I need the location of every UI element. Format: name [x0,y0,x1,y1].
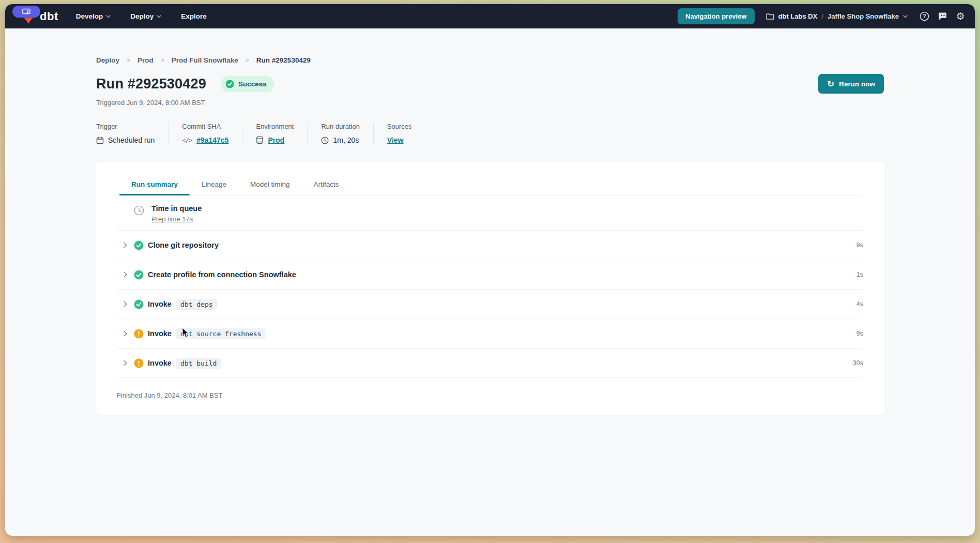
meta-label: Commit SHA [182,123,228,130]
meta-run-duration: Run duration 1m, 20s [307,123,373,144]
run-step-row[interactable]: Invoke dbt build 30s [117,349,863,378]
step-duration: 1s [856,271,863,278]
project-switcher[interactable]: dbt Labs DX / Jaffle Shop Snowflake [766,12,908,20]
browser-user-icon [22,8,30,15]
refresh-icon: ↻ [827,80,834,88]
status-success-icon [133,299,144,309]
queue-clock-icon [134,205,144,216]
tab-lineage[interactable]: Lineage [190,175,238,195]
step-command: dbt deps [176,299,217,310]
breadcrumb: Deploy > Prod > Prod Full Snowflake > Ru… [96,28,884,64]
navigation-preview-button[interactable]: Navigation preview [678,8,754,24]
run-step-row[interactable]: Invoke dbt source freshness 9s [117,319,863,349]
run-tabs: Run summary Lineage Model timing Artifac… [117,175,863,195]
page-content: Deploy > Prod > Prod Full Snowflake > Ru… [5,28,975,415]
breadcrumb-separator: > [161,57,164,64]
nav-menu-explore-label: Explore [181,12,207,20]
step-command: dbt build [176,358,221,369]
step-duration: 30s [853,359,863,367]
run-step-row[interactable]: Create profile from connection Snowflake… [117,260,863,290]
svg-text:?: ? [923,13,926,19]
step-label: Invoke [148,359,172,367]
breadcrumb-separator: > [127,57,130,64]
breadcrumb-job[interactable]: Prod Full Snowflake [172,56,238,64]
meta-environment: Environment Prod [242,123,307,144]
prep-time-link[interactable]: Prep time 17s [151,215,193,223]
app-window: dbt Develop Deploy Explore Navigation pr… [5,4,975,536]
chevron-right-icon[interactable] [123,301,128,307]
meta-label: Run duration [321,123,359,130]
status-badge: Success [221,76,274,92]
run-step-row[interactable]: Invoke dbt deps 4s [117,290,863,319]
top-navbar: dbt Develop Deploy Explore Navigation pr… [5,4,975,28]
queue-title: Time in queue [151,204,202,213]
meta-commit-sha: Commit SHA </> #9a147c5 [168,123,242,144]
database-icon [256,136,264,144]
chevron-down-icon [903,15,908,18]
run-step-row[interactable]: Clone git repository 9s [117,231,863,260]
title-row: Run #292530429 Success ↻ Rerun now [96,74,884,94]
clock-icon [321,137,329,144]
triggered-timestamp: Triggered Jun 9, 2024, 8:00 AM BST [96,99,884,107]
navbar-right: Navigation preview dbt Labs DX / Jaffle … [678,8,966,24]
chevron-down-icon [106,15,111,18]
meta-sources: Sources View [373,123,425,144]
success-check-icon [225,80,234,88]
folder-icon [766,13,774,20]
tab-run-summary[interactable]: Run summary [119,175,190,195]
nav-menu-deploy[interactable]: Deploy [130,12,161,20]
meta-label: Environment [256,123,294,130]
step-label: Clone git repository [148,241,219,249]
nav-menu-develop[interactable]: Develop [76,12,111,20]
run-duration-value: 1m, 20s [333,136,359,144]
breadcrumb-separator: > [246,57,249,64]
feedback-icon[interactable] [937,11,947,22]
sources-view-link[interactable]: View [387,136,404,144]
run-summary-card: Run summary Lineage Model timing Artifac… [96,162,884,415]
environment-link[interactable]: Prod [268,136,284,144]
meta-trigger: Trigger Scheduled run [96,123,168,144]
chevron-right-icon[interactable] [123,242,128,248]
step-command: dbt source freshness [176,328,266,339]
step-label: Invoke [148,300,172,308]
trigger-value: Scheduled run [108,136,155,144]
project-name: Jaffle Shop Snowflake [828,12,899,20]
breadcrumb-deploy[interactable]: Deploy [96,56,119,64]
status-success-icon [133,240,144,250]
help-icon[interactable]: ? [919,11,929,22]
status-warning-icon [133,328,144,339]
time-in-queue-row: Time in queue Prep time 17s [117,195,863,231]
crumb-separator: / [821,12,823,20]
main-nav: Develop Deploy Explore [76,12,207,20]
breadcrumb-prod[interactable]: Prod [137,56,154,64]
finished-timestamp: Finished Jun 9, 2024, 8:01 AM BST [117,391,863,399]
account-name: dbt Labs DX [778,12,818,20]
tab-artifacts[interactable]: Artifacts [302,175,351,195]
navbar-icons: ? ⚙ [919,11,966,22]
nav-menu-deploy-label: Deploy [130,12,154,20]
breadcrumb-current-run: Run #292530429 [256,56,311,64]
status-badge-label: Success [238,80,267,88]
settings-icon[interactable]: ⚙ [955,11,966,22]
rerun-now-button[interactable]: ↻ Rerun now [818,74,884,94]
run-metadata: Trigger Scheduled run Commit SHA [96,123,884,144]
chevron-right-icon[interactable] [123,272,128,278]
chevron-right-icon[interactable] [123,360,128,366]
meta-label: Trigger [96,123,155,130]
calendar-icon [96,137,104,144]
step-duration: 9s [856,242,863,249]
step-label: Create profile from connection Snowflake [148,270,296,279]
tab-model-timing[interactable]: Model timing [238,175,302,195]
page-title: Run #292530429 [96,76,206,92]
code-icon: </> [182,137,192,144]
meta-label: Sources [387,123,412,130]
nav-menu-explore[interactable]: Explore [181,12,207,20]
status-warning-icon [133,358,144,368]
screen-share-badge[interactable] [12,6,40,18]
step-duration: 9s [856,330,863,337]
commit-sha-link[interactable]: #9a147c5 [196,136,228,144]
chevron-right-icon[interactable] [123,330,128,337]
rerun-now-label: Rerun now [839,80,875,88]
step-label: Invoke [148,329,172,338]
status-success-icon [133,269,144,280]
